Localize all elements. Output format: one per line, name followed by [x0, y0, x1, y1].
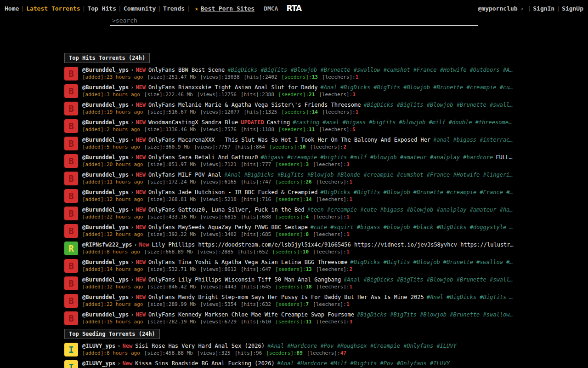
torrent-tags[interactable]: #Anal #Hardcore #Pov #Roughsex #Creampie… — [267, 343, 457, 349]
stat-views: [views]:7576 — [200, 126, 236, 132]
user-avatar[interactable]: B — [64, 207, 78, 220]
username-link[interactable]: @ILUVY_yps — [82, 343, 115, 349]
user-avatar[interactable]: B — [64, 276, 78, 290]
new-badge: NEW — [136, 311, 146, 318]
torrent-tags[interactable]: #BigDicks #BigTits #Blowjob #Brunette #s… — [363, 102, 513, 108]
user-avatar[interactable]: B — [64, 224, 78, 238]
username-link[interactable]: @Burunddel_yps — [82, 189, 129, 196]
torrent-tags[interactable]: #Anal #BigDicks #BigTits #Blowjob #Brune… — [344, 276, 513, 283]
torrent-tags[interactable]: #BigDicks #BigTits #Blowjob #Brunette #s… — [357, 311, 513, 318]
user-avatar[interactable]: I — [64, 343, 78, 356]
torrent-title[interactable]: FULL… — [496, 154, 512, 161]
torrent-tags[interactable]: #bigass #creampie #bigtits #milf #blowjo… — [261, 154, 493, 161]
torrent-title[interactable]: Onlyfans MaySeeds AquaZay Perky PAWG BBC… — [148, 224, 308, 230]
best-porn-sites-link[interactable]: ★ Best Porn Sites — [195, 5, 254, 12]
torrent-tags[interactable]: #BigDicks #BigTits #Blowjob #Brunette #c… — [321, 189, 513, 196]
torrent-tags[interactable]: #BigDicks #BigTits #Blowjob #Brunette #s… — [227, 67, 513, 73]
stat-size: [size]:392.22 Mb — [147, 231, 196, 237]
user-avatar[interactable]: B — [64, 154, 78, 168]
user-avatar[interactable]: B — [64, 137, 78, 150]
search-input[interactable] — [110, 16, 478, 26]
torrent-title[interactable]: OnlyFans Lily Phillips Wisconsin Tiff 50… — [148, 276, 341, 283]
torrent-tags[interactable]: #cute #squirt #bigass #blowjob #black #B… — [311, 224, 513, 230]
torrent-stats-line: [added]:11 hours ago[size]:172.24 Mb[vie… — [82, 178, 528, 185]
username-link[interactable]: @Burunddel_yps — [82, 172, 129, 178]
torrent-tags[interactable]: #anal #bigass #interrac… — [433, 137, 513, 143]
stat-views: [views]:8612 — [200, 266, 236, 272]
torrent-title[interactable]: Sisi Rose Has Very Hard Anal Sex (2026) — [135, 343, 265, 349]
chevron-right-icon: › — [130, 259, 134, 265]
user-avatar[interactable]: B — [64, 119, 78, 133]
username-link[interactable]: @Burunddel_yps — [82, 259, 129, 265]
stat-added-value: 5 hours ago — [107, 144, 140, 150]
user-avatar[interactable]: B — [64, 102, 78, 115]
username-link[interactable]: @Burunddel_yps — [82, 207, 129, 213]
nav-home[interactable]: Home — [5, 5, 19, 12]
user-avatar[interactable]: B — [64, 67, 78, 80]
nav-trends[interactable]: Trends — [163, 5, 185, 12]
user-avatar[interactable]: B — [64, 172, 78, 185]
torrent-title[interactable]: OnlyFans MacarenaXXX - This Slut Was So … — [148, 137, 430, 143]
username-link[interactable]: @Burunddel_yps — [82, 102, 129, 108]
username-link[interactable]: @Burunddel_yps — [82, 84, 129, 91]
torrent-title[interactable]: Lily Phillips https://doodstream.com/e/l… — [152, 242, 513, 248]
user-avatar[interactable]: B — [64, 189, 78, 203]
torrent-title[interactable]: OnlyFans Gattouz0, Luna Silver, Fuck in … — [148, 207, 305, 213]
torrent-row: B@Burunddel_yps›NEWOnlyFans Jade Hutchis… — [64, 189, 528, 203]
user-avatar[interactable]: I — [64, 360, 78, 368]
torrent-title[interactable]: OnlyFans Mandy Bright Step-mom Says Her … — [148, 294, 424, 300]
torrent-tags[interactable]: #teen #creampie #cute #bigass #blowjob #… — [307, 207, 513, 213]
torrent-title[interactable]: OnlyFans BBW Best Scene — [148, 67, 225, 73]
username-link[interactable]: @Burunddel_yps — [82, 67, 129, 73]
stat-size-value: 458.88 Mb — [165, 350, 193, 356]
username-link[interactable]: @Burunddel_yps — [82, 137, 129, 143]
nav-top-hits[interactable]: Top Hits — [87, 5, 116, 12]
username-link[interactable]: @Burunddel_yps — [82, 224, 129, 230]
stat-added-value: 3 hours ago — [107, 92, 140, 98]
signup-link[interactable]: SignUp — [562, 5, 583, 12]
stat-size: [size]:846.42 Mb — [147, 284, 196, 290]
user-avatar[interactable]: B — [64, 84, 78, 98]
username-link[interactable]: @RIPNsfw222_yps — [82, 242, 132, 248]
user-avatar[interactable]: B — [64, 294, 78, 308]
torrent-title[interactable]: OnlyFans Tina Yoshi & Agatha Vega Asian … — [148, 259, 347, 265]
torrent-title[interactable]: WoodmanCastingX Sandra Blue — [148, 119, 238, 126]
username-link[interactable]: @Burunddel_yps — [82, 154, 129, 161]
torrent-title[interactable]: Kissa Sins Roadside BG Anal Fucking (202… — [135, 360, 274, 367]
stat-size-value: 392.22 Mb — [169, 231, 196, 237]
account-link[interactable]: @mypornclub — [478, 5, 517, 12]
torrent-title[interactable]: OnlyFans Kennedy Marksen Chloe Mae Wife … — [148, 311, 354, 318]
nav-latest-torrents[interactable]: Latest Torrents — [26, 5, 80, 12]
torrent-title[interactable]: Onlyfans Sara Retali And Gattouz0 — [148, 154, 258, 161]
username-link[interactable]: @Burunddel_yps — [82, 311, 129, 318]
stat-seeders-value: 3 — [305, 161, 309, 167]
user-avatar[interactable]: R — [64, 242, 78, 255]
torrent-title[interactable]: OnlyFans Jade Hutchison - IR BBC Fucked … — [148, 189, 317, 196]
user-avatar[interactable]: B — [64, 311, 78, 325]
stat-views: [views]:325 — [197, 350, 231, 356]
rta-logo[interactable]: RTA — [286, 4, 301, 13]
torrent-tags[interactable]: #Anal #BigDicks #BigTits #Blowjob #Blond… — [224, 172, 513, 178]
user-avatar[interactable]: B — [64, 259, 78, 273]
torrent-tags[interactable]: #Anal #BigDicks #BigTits … — [427, 294, 513, 300]
signin-link[interactable]: SignIn — [533, 5, 554, 12]
torrent-title[interactable]: Onlyfans MILF POV Anal — [148, 172, 221, 178]
username-link[interactable]: @ILUVY_yps — [82, 360, 115, 367]
torrent-title[interactable]: Casting — [267, 119, 290, 126]
username-link[interactable]: @Burunddel_yps — [82, 276, 129, 283]
torrent-tags[interactable]: #BigDicks #BigTits #Blowjob #Brunette #s… — [351, 259, 513, 265]
torrent-title[interactable]: OnlyFans Melanie Marie & Agatha Vega Sis… — [148, 102, 361, 108]
stat-views-value: 13038 — [224, 74, 239, 80]
torrent-tags[interactable]: #Anal #BigDicks #BigTits #Blowjob #Brune… — [321, 84, 513, 91]
dmca-link[interactable]: DMCA — [264, 5, 278, 12]
nav-community[interactable]: Community — [124, 5, 156, 12]
torrent-tags[interactable]: #Anal #Hardcore #Milf #Bigtits #Pov #Onl… — [277, 360, 450, 367]
new-badge: NEW — [136, 276, 146, 283]
torrent-tags[interactable]: #casting #anal #bigass #bigtits #blowjob… — [293, 119, 512, 126]
stat-views-value: 6729 — [224, 319, 237, 325]
chevron-right-icon: › — [117, 343, 120, 349]
torrent-title[interactable]: OnlyFans Bianxxxkie Tight Asian Anal Slu… — [148, 84, 317, 91]
username-link[interactable]: @Burunddel_yps — [82, 119, 129, 126]
stat-leechers: [leechers]:1 — [313, 231, 349, 237]
username-link[interactable]: @Burunddel_yps — [82, 294, 129, 300]
